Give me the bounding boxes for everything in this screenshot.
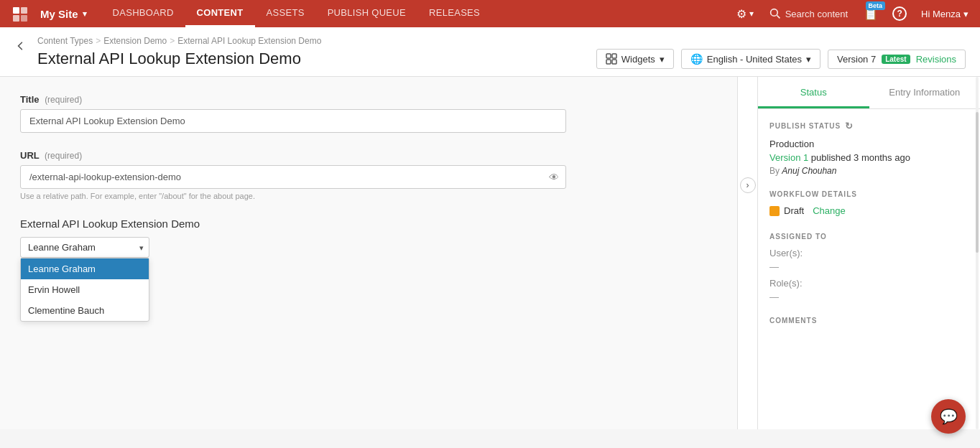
change-link[interactable]: Change (813, 205, 846, 216)
users-value: — (769, 261, 969, 272)
svg-rect-7 (612, 54, 616, 58)
site-name: My Site (40, 8, 78, 20)
search-label: Search content (785, 9, 848, 19)
production-label: Production (769, 139, 969, 149)
production-text: Production (769, 139, 814, 149)
svg-rect-3 (21, 15, 27, 22)
roles-label: Role(s): (769, 278, 969, 289)
language-selector[interactable]: 🌐 English - United States ▾ (681, 49, 820, 69)
nav-gear-wrap: ⚙ ▾ (731, 7, 759, 21)
sidebar-toggle-button[interactable]: › (740, 177, 756, 193)
version-published: Version 1 published 3 months ago (769, 152, 969, 163)
sidebar-toggle[interactable]: › (737, 77, 757, 429)
title-label-text: Title (20, 94, 40, 105)
search-button[interactable]: Search content (762, 8, 855, 19)
svg-rect-1 (21, 7, 27, 14)
draft-label: Draft (784, 205, 804, 216)
breadcrumb-content-types[interactable]: Content Types (37, 36, 93, 46)
breadcrumb-extension-demo[interactable]: Extension Demo (103, 36, 167, 46)
user-greeting: Hi Menza (921, 9, 961, 19)
nav-releases[interactable]: RELEASES (417, 0, 491, 27)
publish-status-label: PUBLISH STATUS (769, 122, 841, 130)
svg-rect-0 (13, 7, 19, 14)
svg-line-5 (777, 15, 780, 18)
svg-rect-8 (606, 60, 611, 64)
url-label-text: URL (20, 150, 39, 161)
by-label: By (769, 166, 780, 176)
page-header: Content Types > Extension Demo > Externa… (0, 27, 980, 77)
comments-title: Comments (769, 317, 969, 325)
breadcrumb-sep-2: > (170, 36, 175, 46)
breadcrumb-current: External API Lookup Extension Demo (177, 36, 321, 46)
publish-status-title: PUBLISH STATUS ↻ (769, 121, 969, 131)
api-lookup-section: External API Lookup Extension Demo Leann… (20, 218, 717, 258)
url-input[interactable] (20, 165, 566, 189)
tab-status[interactable]: Status (758, 77, 869, 108)
top-navigation: My Site ▾ DASHBOARD CONTENT ASSETS PUBLI… (0, 0, 980, 27)
gear-chevron: ▾ (749, 9, 754, 19)
published-text: published 3 months ago (811, 152, 910, 163)
workflow-badge: Draft Change (769, 205, 846, 216)
logo[interactable] (6, 5, 34, 22)
dropdown-item-clementine[interactable]: Clementine Bauch (21, 300, 149, 321)
help-button[interactable]: ? (887, 6, 912, 21)
title-label: Title (required) (20, 94, 717, 105)
tab-entry-information[interactable]: Entry Information (869, 77, 981, 108)
author-name: Anuj Chouhan (782, 166, 836, 176)
svg-rect-9 (612, 60, 616, 64)
nav-publish-queue[interactable]: PUBLISH QUEUE (316, 0, 417, 27)
breadcrumb: Content Types > Extension Demo > Externa… (37, 36, 966, 46)
api-section-title: External API Lookup Extension Demo (20, 218, 717, 230)
nav-dashboard[interactable]: DASHBOARD (101, 0, 185, 27)
nav-right: ⚙ ▾ Search content Beta 📋 ? Hi Menza ▾ (731, 6, 974, 21)
version-link[interactable]: Version 1 (769, 152, 808, 163)
nav-links: DASHBOARD CONTENT ASSETS PUBLISH QUEUE R… (101, 0, 492, 27)
users-label: User(s): (769, 248, 969, 258)
site-chevron: ▾ (83, 9, 87, 19)
globe-icon: 🌐 (690, 53, 703, 65)
nav-assets[interactable]: ASSETS (255, 0, 316, 27)
scrollbar-track (976, 77, 979, 429)
latest-badge: Latest (882, 55, 910, 64)
widgets-button[interactable]: Widgets ▾ (596, 49, 674, 69)
language-label: English - United States (707, 54, 802, 65)
user-menu[interactable]: Hi Menza ▾ (915, 9, 974, 19)
settings-button[interactable]: ⚙ ▾ (731, 7, 759, 21)
url-visibility-toggle[interactable]: 👁 (549, 172, 559, 183)
dropdown-item-ervin[interactable]: Ervin Howell (21, 279, 149, 300)
version-info: Version 7 Latest Revisions (828, 50, 966, 69)
title-field-group: Title (required) (20, 94, 717, 133)
url-hint: Use a relative path. For example, enter … (20, 192, 717, 200)
language-chevron: ▾ (806, 54, 811, 65)
widgets-label: Widgets (621, 54, 655, 65)
title-input[interactable] (20, 109, 566, 133)
svg-rect-6 (606, 54, 611, 58)
chat-button[interactable]: 💬 (931, 399, 966, 429)
workflow-details-section: WORKFLOW DETAILS Draft Change (769, 190, 969, 218)
content-area: Title (required) URL (required) 👁 Use a … (0, 77, 737, 429)
chat-icon: 💬 (940, 408, 958, 425)
sidebar-tabs: Status Entry Information (758, 77, 980, 109)
user-chevron: ▾ (963, 9, 969, 19)
revisions-link[interactable]: Revisions (916, 54, 956, 65)
main-layout: Title (required) URL (required) 👁 Use a … (0, 77, 980, 429)
publish-status-section: PUBLISH STATUS ↻ Production Version 1 pu… (769, 121, 969, 176)
widgets-chevron: ▾ (660, 54, 665, 65)
dropdown-item-leanne[interactable]: Leanne Graham (21, 258, 149, 279)
back-button[interactable] (14, 40, 29, 52)
nav-content[interactable]: CONTENT (185, 0, 255, 27)
scrollbar-thumb[interactable] (976, 112, 979, 253)
assigned-to-title: Assigned to (769, 233, 969, 241)
api-lookup-select[interactable]: Leanne Graham Ervin Howell Clementine Ba… (20, 237, 149, 258)
version-label: Version 7 (837, 54, 876, 65)
dropdown-list: Leanne Graham Ervin Howell Clementine Ba… (20, 258, 149, 322)
api-lookup-dropdown-wrap: Leanne Graham Ervin Howell Clementine Ba… (20, 237, 149, 258)
svg-point-4 (770, 9, 777, 17)
published-by: By Anuj Chouhan (769, 166, 969, 176)
refresh-icon[interactable]: ↻ (845, 121, 854, 131)
clipboard-wrap: Beta 📋 (858, 7, 884, 21)
workflow-title: WORKFLOW DETAILS (769, 190, 969, 198)
site-selector[interactable]: My Site ▾ (34, 8, 93, 20)
breadcrumb-sep-1: > (96, 36, 101, 46)
right-sidebar: Status Entry Information PUBLISH STATUS … (757, 77, 980, 429)
